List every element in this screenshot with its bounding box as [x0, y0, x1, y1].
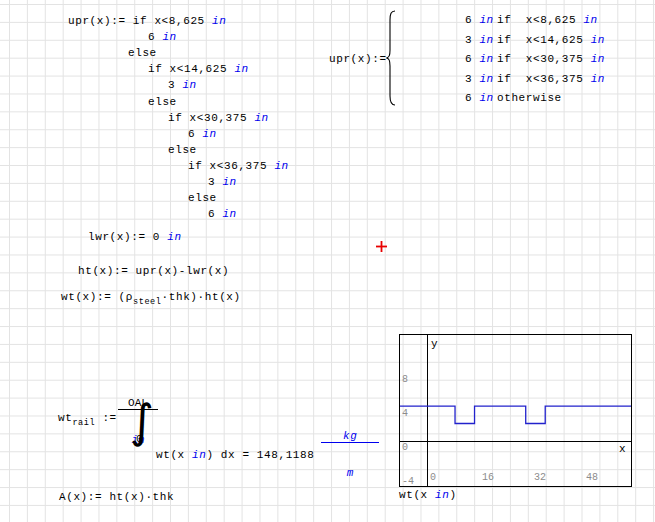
- program-line: if x<30,375 in: [168, 112, 269, 126]
- y-tick-label: 8: [402, 374, 408, 385]
- integral-lhs: wtrail :=: [58, 412, 117, 424]
- program-line: else: [148, 96, 177, 110]
- integrand: wt(x in) dx = 148,1188: [156, 449, 314, 461]
- piecewise-rows: 6 inif x<8,625 in3 inif x<14,625 in6 ini…: [397, 10, 569, 110]
- expression-ht[interactable]: ht(x):= upr(x)-lwr(x): [78, 265, 229, 277]
- wt-trace: [400, 406, 631, 423]
- expression-lwr[interactable]: lwr(x):= 0 in: [88, 231, 182, 243]
- x-tick-label: 16: [482, 472, 494, 483]
- piecewise-lhs: upr(x):=: [329, 53, 387, 65]
- plot-xlabel: x: [619, 443, 626, 455]
- expression-wt[interactable]: wt(x):= (ρsteel·thk)·ht(x): [61, 291, 241, 303]
- x-tick-label: 32: [534, 472, 546, 483]
- plot-region[interactable]: y x 840-4 0163248: [399, 334, 632, 487]
- program-line: 6 in: [188, 128, 217, 142]
- program-line: if x<14,625 in: [148, 63, 249, 77]
- y-tick-label: 4: [402, 408, 408, 419]
- integral-body: wt(x in) dx = 148,1188 kg m: [156, 406, 379, 503]
- program-line: 6 in: [148, 31, 177, 45]
- program-line: else: [128, 47, 157, 61]
- piecewise-row: 3 inif x<36,375 in: [465, 73, 605, 85]
- result-units: kg m: [321, 406, 379, 503]
- program-line: 3 in: [208, 176, 237, 190]
- program-line: if x<36,375 in: [188, 160, 289, 174]
- program-line: 6 in: [208, 208, 237, 222]
- program-line: else: [168, 144, 197, 158]
- plot-trace-svg: [400, 335, 631, 486]
- y-tick-label: 0: [402, 442, 408, 453]
- worksheet: upr(x):= if x<8,625 in6 inelseif x<14,62…: [0, 0, 655, 522]
- integral-lower-limit: 0: [136, 433, 143, 445]
- y-tick-label: -4: [402, 476, 414, 487]
- piecewise-row: 6 inif x<30,375 in: [465, 53, 605, 65]
- program-line: else: [188, 192, 217, 206]
- piecewise-row: 6 inotherwise: [465, 92, 562, 104]
- integral-lhs-subscript: rail: [72, 418, 95, 428]
- integral-region[interactable]: wtrail := OAL in ∫ 0 wt(x in) dx = 148,1…: [56, 372, 356, 450]
- plot-caption: wt(x in): [399, 489, 457, 501]
- plot-x-axis-line: [400, 441, 631, 442]
- program-line: upr(x):= if x<8,625 in: [68, 15, 226, 29]
- program-block[interactable]: upr(x):= if x<8,625 in6 inelseif x<14,62…: [68, 15, 308, 225]
- plot-y-axis-line: [427, 335, 428, 486]
- piecewise-block[interactable]: upr(x):= 6 inif x<8,625 in3 inif x<14,62…: [329, 10, 569, 110]
- piecewise-row: 6 inif x<8,625 in: [465, 14, 598, 26]
- piecewise-row: 3 inif x<14,625 in: [465, 34, 605, 46]
- x-tick-label: 0: [430, 472, 436, 483]
- insertion-crosshair-icon: [376, 241, 387, 252]
- x-tick-label: 48: [586, 472, 598, 483]
- plot-ylabel: y: [431, 338, 438, 350]
- program-line: 3 in: [168, 79, 197, 93]
